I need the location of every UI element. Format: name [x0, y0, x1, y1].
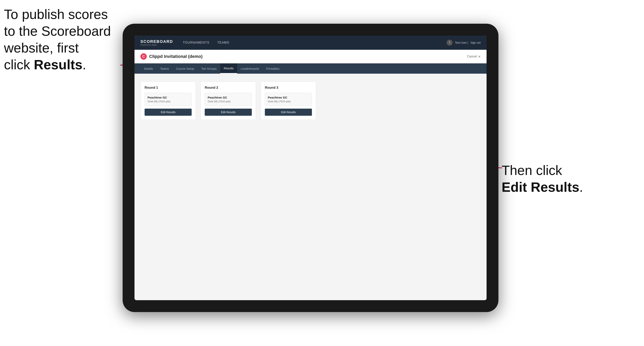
round-1-course-card: Peachtree GC Gold (M) (7010 yds) [144, 93, 192, 106]
round-2-course-details: Gold (M) (7010 yds) [208, 100, 249, 103]
user-avatar: T [446, 40, 452, 46]
instruction-right-text: Then clickEdit Results. [502, 163, 583, 194]
round-1-course-details: Gold (M) (7010 yds) [148, 100, 189, 103]
round-3-course-details: Gold (M) (7010 yds) [268, 100, 309, 103]
edit-results-button-round-3[interactable]: Edit Results [265, 109, 312, 116]
tab-printables[interactable]: Printables [263, 63, 283, 74]
instruction-left: To publish scoresto the Scoreboardwebsit… [4, 6, 119, 73]
nav-right: T Test User | Sign out [446, 40, 481, 46]
edit-results-button-round-1[interactable]: Edit Results [144, 109, 192, 116]
instruction-right: Then clickEdit Results. [502, 162, 612, 195]
logo-sub: Powered by clippd [140, 44, 157, 46]
round-2-card: Round 2 Peachtree GC Gold (M) (7010 yds)… [200, 82, 256, 120]
edit-results-button-round-2[interactable]: Edit Results [205, 109, 252, 116]
rounds-grid: Round 1 Peachtree GC Gold (M) (7010 yds)… [140, 82, 481, 120]
round-3-course-name: Peachtree GC [268, 96, 309, 99]
logo-text: SCOREBOARD [140, 39, 173, 44]
round-3-card: Round 3 Peachtree GC Gold (M) (7010 yds)… [261, 82, 316, 120]
round-1-course-name: Peachtree GC [148, 96, 189, 99]
tab-leaderboards[interactable]: Leaderboards [237, 63, 263, 74]
tournament-title-area: C Clippd Invitational (demo) [140, 53, 202, 60]
instruction-text: To publish scoresto the Scoreboardwebsit… [4, 7, 111, 72]
tablet-screen: SCOREBOARD Powered by clippd TOURNAMENTS… [134, 35, 486, 300]
edit-results-emphasis: Edit Results [502, 179, 579, 194]
tab-results[interactable]: Results [220, 63, 237, 74]
tournament-header: C Clippd Invitational (demo) Cancel ✕ [134, 50, 486, 63]
round-1-card: Round 1 Peachtree GC Gold (M) (7010 yds)… [140, 82, 196, 120]
nav-links: TOURNAMENTS TEAMS [183, 41, 446, 44]
sign-out-link[interactable]: Sign out [470, 41, 481, 44]
round-2-course-card: Peachtree GC Gold (M) (7010 yds) [205, 93, 252, 106]
tournament-name: Clippd Invitational (demo) [149, 54, 202, 59]
tabs-bar: Details Teams Course Setup Tee Groups Re… [134, 63, 486, 74]
round-1-title: Round 1 [144, 86, 192, 90]
clippd-logo: C [140, 53, 147, 60]
tab-details[interactable]: Details [140, 63, 157, 74]
tab-teams[interactable]: Teams [157, 63, 172, 74]
tab-course-setup[interactable]: Course Setup [172, 63, 198, 74]
tablet-device: SCOREBOARD Powered by clippd TOURNAMENTS… [123, 24, 498, 312]
tab-tee-groups[interactable]: Tee Groups [198, 63, 220, 74]
round-3-course-card: Peachtree GC Gold (M) (7010 yds) [265, 93, 312, 106]
round-3-title: Round 3 [265, 86, 312, 90]
results-emphasis: Results [34, 57, 82, 72]
nav-tournaments[interactable]: TOURNAMENTS [183, 41, 209, 44]
round-2-course-name: Peachtree GC [208, 96, 249, 99]
top-nav: SCOREBOARD Powered by clippd TOURNAMENTS… [134, 35, 486, 50]
logo-area: SCOREBOARD Powered by clippd [140, 39, 173, 46]
nav-teams[interactable]: TEAMS [217, 41, 229, 44]
user-name: Test User | [455, 41, 468, 44]
round-2-title: Round 2 [205, 86, 252, 90]
cancel-button[interactable]: Cancel ✕ [467, 55, 481, 58]
main-content: Round 1 Peachtree GC Gold (M) (7010 yds)… [134, 74, 486, 300]
